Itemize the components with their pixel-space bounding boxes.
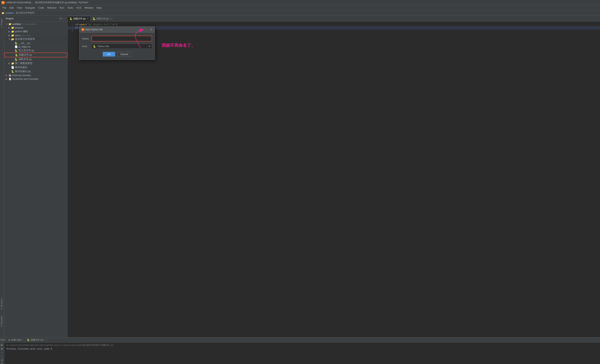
run-tab-while-else-close[interactable]: ✕: [22, 339, 24, 341]
run-pause-button[interactable]: ⏸: [0, 359, 4, 362]
scratches-arrow: ▶: [6, 78, 9, 80]
run-tab-while-else-label: while else: [11, 338, 21, 341]
tree-item-practice[interactable]: ▶ 📁 practice: [4, 26, 67, 29]
breadcrumb-folder[interactable]: 第10章文件和异常: [16, 11, 34, 15]
pi-digits-icon: 📄: [15, 45, 18, 48]
venv-label: venv: [15, 34, 20, 37]
app-logo: PC: [1, 1, 5, 4]
tab-read-file-label: 读取文件.py: [96, 17, 109, 20]
menu-window[interactable]: Window: [83, 6, 95, 9]
run-play-button[interactable]: ▶: [0, 343, 4, 346]
breadcrumb: 📁 untitled › 第10章文件和异常 ›: [0, 10, 600, 16]
run-tabs-bar: Run: ▶ while else ✕ 🐍 创建文件 (1) ✕: [0, 337, 600, 343]
run-stop-button[interactable]: ■: [0, 347, 4, 350]
sort-up-icon: ↑: [150, 36, 151, 38]
tree-item-format-output[interactable]: 📄 格式化输出: [4, 65, 67, 69]
pi-digits-label: pi_digits.txt: [19, 46, 30, 48]
ch10-folder-icon: 📂: [11, 38, 14, 41]
tree-item-ch2[interactable]: ▶ 📁 第二章数据类型: [4, 61, 67, 65]
settings-icon[interactable]: ⚙: [59, 17, 62, 20]
root-folder-icon: 📁: [9, 23, 11, 26]
menu-file[interactable]: File: [1, 6, 8, 9]
sort-down-icon: ↓: [150, 38, 151, 41]
name-sort-button[interactable]: ↑ ↓: [149, 36, 152, 41]
breadcrumb-folder-icon: 📁: [1, 12, 4, 14]
kind-py-icon: 🐍: [93, 45, 96, 48]
format-output-icon: 📄: [11, 66, 14, 69]
tree-item-python-coding[interactable]: ▶ 📁 python 编程: [4, 29, 67, 34]
write-empty-label: 写入空文件.py: [19, 49, 34, 52]
tab-create-file[interactable]: 🐍 创建文件.py ✕: [67, 16, 91, 21]
menu-tools[interactable]: Tools: [66, 6, 75, 9]
ch10-arrow: ▼: [9, 38, 11, 40]
tree-item-pi-digits[interactable]: 📄 pi_digits.txt: [4, 45, 67, 48]
ok-button[interactable]: OK: [103, 52, 115, 57]
create-file-label: 创建文件.py: [19, 53, 32, 57]
menu-refactor[interactable]: Refactor: [46, 6, 58, 9]
name-input[interactable]: [92, 36, 149, 41]
structure-strip-label[interactable]: 2: Structure: [0, 298, 3, 310]
breadcrumb-sep1: ›: [14, 12, 15, 14]
dialog-close-icon[interactable]: ✕: [150, 28, 152, 31]
tree-root[interactable]: ▼ 📁 untitled D:\tools\untitled: [4, 22, 67, 26]
project-strip-label[interactable]: 1: Project: [0, 18, 3, 28]
read-file-label: 读取文件.py: [19, 58, 32, 61]
tab-create-file-icon: 🐍: [69, 17, 73, 20]
run-settings-button[interactable]: ⚙: [0, 363, 4, 364]
tree-item-write-empty[interactable]: 🐍 写入空文件.py: [4, 48, 67, 53]
scratches-icon: 📋: [9, 77, 11, 80]
left-strip: 1: Project 2: Structure 2: Favorites: [0, 16, 4, 337]
menu-help[interactable]: Help: [95, 6, 103, 9]
ch2-arrow: ▶: [9, 62, 11, 64]
kind-select[interactable]: 🐍 Python file ▼: [92, 44, 152, 49]
tree-item-ch10[interactable]: ▼ 📂 第10章文件和异常: [4, 37, 67, 41]
cancel-button[interactable]: Cancel: [117, 52, 131, 57]
menu-code[interactable]: Code: [37, 6, 46, 9]
run-tab-while-else[interactable]: ▶ while else ✕: [7, 337, 25, 342]
file-tree: ▼ 📁 untitled D:\tools\untitled ▶ 📁 pract…: [4, 21, 67, 337]
python-coding-label: python 编程: [15, 30, 28, 33]
tab-read-file[interactable]: 🐍 读取文件.py ✕: [91, 16, 114, 21]
project-panel: Project ⚙ ↕ ⋯ ▼ 📁 untitled D:\tools\unti…: [4, 16, 67, 337]
tree-item-scratches[interactable]: ▶ 📋 Scratches and Consoles: [4, 77, 67, 81]
menu-view[interactable]: View: [15, 6, 24, 9]
run-sidebar: ▶ ■ ↑ ↓ ⏸ ⚙: [0, 343, 4, 364]
menu-vcs[interactable]: VCS: [75, 6, 83, 9]
breadcrumb-project[interactable]: untitled: [5, 12, 13, 14]
python-coding-folder-icon: 📁: [11, 30, 14, 33]
kind-dropdown-icon: ▼: [148, 45, 151, 48]
tree-item-ext-libs[interactable]: ▶ 📚 External Libraries: [4, 73, 67, 77]
tree-item-read-file[interactable]: 🐍 读取文件.py: [4, 57, 67, 61]
venv-arrow: ▶: [9, 34, 11, 36]
project-header: Project ⚙ ↕ ⋯: [4, 16, 67, 21]
editor-content[interactable]: 1 nf=open("pi_digits.txt","w") 2 nf.writ…: [67, 21, 600, 337]
tab-read-file-close[interactable]: ✕: [110, 18, 112, 20]
breadcrumb-sep2: ›: [35, 12, 36, 14]
run-tab-create-file-close[interactable]: ✕: [44, 339, 46, 341]
dialog-body: Name: ↑ ↓ Kind: 🐍 Python file: [79, 33, 155, 60]
format-output-py-icon: 🐍: [11, 70, 14, 73]
tree-item-format-output-py[interactable]: 🐍 格式化输出.py: [4, 69, 67, 73]
run-scroll-up-button[interactable]: ↑: [0, 351, 4, 354]
main-layout: 1: Project 2: Structure 2: Favorites Pro…: [0, 16, 600, 337]
tab-create-file-close[interactable]: ✕: [87, 18, 88, 20]
sort-icon[interactable]: ↕: [62, 17, 63, 20]
favorites-strip-label[interactable]: 2: Favorites: [0, 315, 3, 328]
menu-edit[interactable]: Edit: [8, 6, 15, 9]
run-tab-create-file[interactable]: 🐍 创建文件 (1) ✕: [25, 337, 47, 342]
run-scroll-down-button[interactable]: ↓: [0, 355, 4, 358]
tree-item-init[interactable]: 🐍 __init__.py: [4, 41, 67, 45]
tree-item-create-file[interactable]: 🐍 创建文件.py: [4, 53, 67, 57]
tree-item-venv[interactable]: ▶ 📁 venv library root: [4, 34, 67, 37]
init-label: __init__.py: [19, 42, 30, 45]
run-command: D:\tools\untitled\venv\Scripts\python.ex…: [7, 344, 598, 346]
ch10-label: 第10章文件和异常: [15, 37, 35, 41]
titlebar: PC untitled [D:\tools\untitled] - ...\第1…: [0, 0, 600, 5]
format-output-label: 格式化输出: [15, 66, 28, 69]
ext-libs-label: External Libraries: [12, 74, 31, 77]
tab-read-file-icon: 🐍: [93, 17, 96, 20]
menu-navigate[interactable]: Navigate: [24, 6, 37, 9]
menu-run[interactable]: Run: [58, 6, 66, 9]
expand-icon[interactable]: ⋯: [64, 17, 66, 20]
title-text: untitled [D:\tools\untitled] - ...\第10章文…: [6, 1, 88, 4]
